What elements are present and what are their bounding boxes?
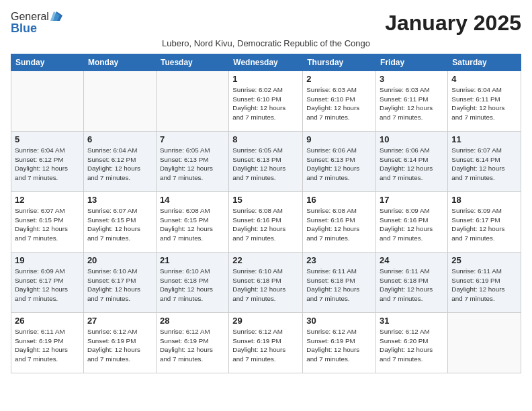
day-number: 3 xyxy=(380,74,444,84)
day-info: Sunrise: 6:07 AM Sunset: 6:14 PM Dayligh… xyxy=(451,146,517,183)
day-info: Sunrise: 6:11 AM Sunset: 6:18 PM Dayligh… xyxy=(306,267,372,304)
day-info: Sunrise: 6:07 AM Sunset: 6:15 PM Dayligh… xyxy=(87,206,152,243)
weekday-header-wednesday: Wednesday xyxy=(229,54,303,71)
calendar-cell: 18Sunrise: 6:09 AM Sunset: 6:17 PM Dayli… xyxy=(448,192,521,253)
calendar-cell: 7Sunrise: 6:05 AM Sunset: 6:13 PM Daylig… xyxy=(156,132,228,192)
calendar-cell: 20Sunrise: 6:10 AM Sunset: 6:17 PM Dayli… xyxy=(83,253,156,313)
calendar-header-row: SundayMondayTuesdayWednesdayThursdayFrid… xyxy=(11,54,521,71)
calendar-week-row: 19Sunrise: 6:09 AM Sunset: 6:17 PM Dayli… xyxy=(11,253,521,313)
day-info: Sunrise: 6:10 AM Sunset: 6:18 PM Dayligh… xyxy=(160,267,225,304)
day-info: Sunrise: 6:08 AM Sunset: 6:15 PM Dayligh… xyxy=(160,206,225,243)
calendar-cell: 28Sunrise: 6:12 AM Sunset: 6:19 PM Dayli… xyxy=(156,313,228,373)
day-number: 6 xyxy=(87,134,152,144)
day-info: Sunrise: 6:09 AM Sunset: 6:16 PM Dayligh… xyxy=(380,206,444,243)
day-number: 15 xyxy=(232,195,299,205)
calendar-cell: 24Sunrise: 6:11 AM Sunset: 6:18 PM Dayli… xyxy=(376,253,448,313)
day-number: 2 xyxy=(306,74,372,84)
day-number: 25 xyxy=(451,255,517,265)
day-info: Sunrise: 6:11 AM Sunset: 6:19 PM Dayligh… xyxy=(15,327,80,364)
calendar-cell: 12Sunrise: 6:07 AM Sunset: 6:15 PM Dayli… xyxy=(11,192,84,253)
day-info: Sunrise: 6:03 AM Sunset: 6:11 PM Dayligh… xyxy=(380,85,444,122)
page-header: General Blue January 2025 xyxy=(11,11,521,36)
calendar-cell: 14Sunrise: 6:08 AM Sunset: 6:15 PM Dayli… xyxy=(156,192,228,253)
logo-icon xyxy=(50,11,62,22)
weekday-header-saturday: Saturday xyxy=(448,54,521,71)
calendar-cell: 13Sunrise: 6:07 AM Sunset: 6:15 PM Dayli… xyxy=(83,192,156,253)
day-info: Sunrise: 6:11 AM Sunset: 6:19 PM Dayligh… xyxy=(451,267,517,304)
weekday-header-monday: Monday xyxy=(83,54,156,71)
calendar-cell: 27Sunrise: 6:12 AM Sunset: 6:19 PM Dayli… xyxy=(83,313,156,373)
day-info: Sunrise: 6:12 AM Sunset: 6:19 PM Dayligh… xyxy=(160,327,225,364)
day-info: Sunrise: 6:09 AM Sunset: 6:17 PM Dayligh… xyxy=(451,206,517,243)
day-number: 14 xyxy=(160,195,225,205)
calendar-cell xyxy=(11,71,84,132)
day-number: 29 xyxy=(232,316,299,326)
calendar-cell: 31Sunrise: 6:12 AM Sunset: 6:20 PM Dayli… xyxy=(376,313,448,373)
calendar-cell: 17Sunrise: 6:09 AM Sunset: 6:16 PM Dayli… xyxy=(376,192,448,253)
day-number: 12 xyxy=(15,195,80,205)
day-number: 30 xyxy=(306,316,372,326)
day-info: Sunrise: 6:04 AM Sunset: 6:11 PM Dayligh… xyxy=(451,85,517,122)
day-number: 4 xyxy=(451,74,517,84)
day-number: 9 xyxy=(306,134,372,144)
weekday-header-sunday: Sunday xyxy=(11,54,84,71)
day-info: Sunrise: 6:12 AM Sunset: 6:19 PM Dayligh… xyxy=(306,327,372,364)
day-info: Sunrise: 6:12 AM Sunset: 6:19 PM Dayligh… xyxy=(232,327,299,364)
calendar-cell: 5Sunrise: 6:04 AM Sunset: 6:12 PM Daylig… xyxy=(11,132,84,192)
day-number: 31 xyxy=(380,316,444,326)
calendar-cell xyxy=(448,313,521,373)
day-number: 5 xyxy=(15,134,80,144)
day-info: Sunrise: 6:09 AM Sunset: 6:17 PM Dayligh… xyxy=(15,267,80,304)
calendar-week-row: 12Sunrise: 6:07 AM Sunset: 6:15 PM Dayli… xyxy=(11,192,521,253)
day-info: Sunrise: 6:02 AM Sunset: 6:10 PM Dayligh… xyxy=(232,85,299,122)
day-info: Sunrise: 6:03 AM Sunset: 6:10 PM Dayligh… xyxy=(306,85,372,122)
calendar-cell: 9Sunrise: 6:06 AM Sunset: 6:13 PM Daylig… xyxy=(303,132,376,192)
weekday-header-thursday: Thursday xyxy=(303,54,376,71)
day-number: 26 xyxy=(15,316,80,326)
day-info: Sunrise: 6:10 AM Sunset: 6:18 PM Dayligh… xyxy=(232,267,299,304)
day-number: 20 xyxy=(87,255,152,265)
calendar-cell: 4Sunrise: 6:04 AM Sunset: 6:11 PM Daylig… xyxy=(448,71,521,132)
day-info: Sunrise: 6:10 AM Sunset: 6:17 PM Dayligh… xyxy=(87,267,152,304)
day-number: 13 xyxy=(87,195,152,205)
calendar-cell: 8Sunrise: 6:05 AM Sunset: 6:13 PM Daylig… xyxy=(229,132,303,192)
calendar-cell: 19Sunrise: 6:09 AM Sunset: 6:17 PM Dayli… xyxy=(11,253,84,313)
calendar-cell: 26Sunrise: 6:11 AM Sunset: 6:19 PM Dayli… xyxy=(11,313,84,373)
calendar-cell: 29Sunrise: 6:12 AM Sunset: 6:19 PM Dayli… xyxy=(229,313,303,373)
calendar-week-row: 1Sunrise: 6:02 AM Sunset: 6:10 PM Daylig… xyxy=(11,71,521,132)
calendar-cell: 23Sunrise: 6:11 AM Sunset: 6:18 PM Dayli… xyxy=(303,253,376,313)
day-info: Sunrise: 6:06 AM Sunset: 6:14 PM Dayligh… xyxy=(380,146,444,183)
day-info: Sunrise: 6:12 AM Sunset: 6:19 PM Dayligh… xyxy=(87,327,152,364)
calendar-cell: 22Sunrise: 6:10 AM Sunset: 6:18 PM Dayli… xyxy=(229,253,303,313)
day-number: 16 xyxy=(306,195,372,205)
calendar-table: SundayMondayTuesdayWednesdayThursdayFrid… xyxy=(11,54,521,373)
day-number: 24 xyxy=(380,255,444,265)
calendar-week-row: 5Sunrise: 6:04 AM Sunset: 6:12 PM Daylig… xyxy=(11,132,521,192)
calendar-cell: 2Sunrise: 6:03 AM Sunset: 6:10 PM Daylig… xyxy=(303,71,376,132)
day-number: 7 xyxy=(160,134,225,144)
calendar-cell: 10Sunrise: 6:06 AM Sunset: 6:14 PM Dayli… xyxy=(376,132,448,192)
weekday-header-friday: Friday xyxy=(376,54,448,71)
calendar-cell: 30Sunrise: 6:12 AM Sunset: 6:19 PM Dayli… xyxy=(303,313,376,373)
logo-blue-text: Blue xyxy=(11,21,37,36)
day-number: 1 xyxy=(232,74,299,84)
day-number: 21 xyxy=(160,255,225,265)
calendar-cell xyxy=(83,71,156,132)
day-number: 8 xyxy=(232,134,299,144)
page-subtitle: Lubero, Nord Kivu, Democratic Republic o… xyxy=(11,38,521,48)
day-info: Sunrise: 6:05 AM Sunset: 6:13 PM Dayligh… xyxy=(232,146,299,183)
calendar-cell: 6Sunrise: 6:04 AM Sunset: 6:12 PM Daylig… xyxy=(83,132,156,192)
day-info: Sunrise: 6:08 AM Sunset: 6:16 PM Dayligh… xyxy=(232,206,299,243)
calendar-cell: 1Sunrise: 6:02 AM Sunset: 6:10 PM Daylig… xyxy=(229,71,303,132)
day-number: 11 xyxy=(451,134,517,144)
calendar-cell: 3Sunrise: 6:03 AM Sunset: 6:11 PM Daylig… xyxy=(376,71,448,132)
calendar-week-row: 26Sunrise: 6:11 AM Sunset: 6:19 PM Dayli… xyxy=(11,313,521,373)
day-info: Sunrise: 6:05 AM Sunset: 6:13 PM Dayligh… xyxy=(160,146,225,183)
day-number: 27 xyxy=(87,316,152,326)
day-info: Sunrise: 6:04 AM Sunset: 6:12 PM Dayligh… xyxy=(15,146,80,183)
day-info: Sunrise: 6:11 AM Sunset: 6:18 PM Dayligh… xyxy=(380,267,444,304)
day-info: Sunrise: 6:06 AM Sunset: 6:13 PM Dayligh… xyxy=(306,146,372,183)
day-number: 22 xyxy=(232,255,299,265)
day-info: Sunrise: 6:04 AM Sunset: 6:12 PM Dayligh… xyxy=(87,146,152,183)
calendar-cell: 11Sunrise: 6:07 AM Sunset: 6:14 PM Dayli… xyxy=(448,132,521,192)
